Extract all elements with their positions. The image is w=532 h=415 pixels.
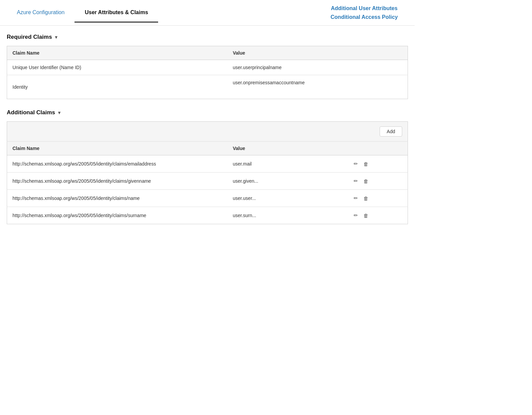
claim-name: http://schemas.xmlsoap.org/ws/2005/05/id…: [7, 155, 228, 173]
table-row: Identity user.onpremisessamaccountname: [7, 75, 408, 99]
claim-actions: ✏ 🗑: [348, 173, 408, 190]
additional-claims-col-actions: [348, 142, 408, 155]
required-claims-table: Claim Name Value Unique User Identifier …: [7, 46, 408, 99]
claim-actions: ✏ 🗑: [348, 155, 408, 173]
additional-claims-header: Additional Claims ▼: [7, 109, 408, 116]
additional-claims-table: Add Claim Name Value http://schemas.xmls…: [7, 121, 408, 224]
delete-claim-button[interactable]: 🗑: [363, 178, 369, 185]
required-claims-chevron[interactable]: ▼: [54, 35, 58, 40]
required-claims-col-value: Value: [227, 46, 348, 60]
additional-claims-col-name: Claim Name: [7, 142, 228, 155]
claim-value: user.userprincipalname: [227, 60, 348, 75]
claim-value: user.onpremisessamaccountname: [227, 75, 348, 99]
claim-value: user.user...: [227, 190, 348, 207]
claim-name: http://schemas.xmlsoap.org/ws/2005/05/id…: [7, 207, 228, 224]
claim-name: Unique User Identifier (Name ID): [7, 60, 228, 75]
delete-claim-button[interactable]: 🗑: [363, 212, 369, 219]
table-row: Unique User Identifier (Name ID) user.us…: [7, 60, 408, 75]
main-content: Required Claims ▼ Claim Name Value Uniqu…: [0, 26, 415, 242]
link-additional-user-attributes[interactable]: Additional User Attributes: [331, 4, 397, 13]
table-row: http://schemas.xmlsoap.org/ws/2005/05/id…: [7, 190, 408, 207]
add-claim-button[interactable]: Add: [380, 126, 402, 137]
required-claims-col-name: Claim Name: [7, 46, 228, 60]
claim-value: user.given...: [227, 173, 348, 190]
additional-claims-chevron[interactable]: ▼: [57, 110, 62, 115]
claim-name: http://schemas.xmlsoap.org/ws/2005/05/id…: [7, 173, 228, 190]
required-claims-col-actions: [348, 46, 408, 60]
delete-claim-button[interactable]: 🗑: [363, 195, 369, 202]
table-row: http://schemas.xmlsoap.org/ws/2005/05/id…: [7, 173, 408, 190]
claim-value: user.surn...: [227, 207, 348, 224]
claim-actions: [348, 60, 408, 75]
additional-claims-col-value: Value: [227, 142, 348, 155]
nav-tabs: Azure Configuration User Attributes & Cl…: [0, 0, 415, 26]
tab-azure-configuration[interactable]: Azure Configuration: [7, 3, 75, 23]
claim-actions: ✏ 🗑: [348, 207, 408, 224]
table-row: http://schemas.xmlsoap.org/ws/2005/05/id…: [7, 207, 408, 224]
tab-user-attributes-claims[interactable]: User Attributes & Claims: [75, 3, 158, 23]
claim-actions: [348, 75, 408, 99]
edit-claim-button[interactable]: ✏: [353, 177, 359, 185]
required-claims-header: Required Claims ▼: [7, 34, 408, 40]
claim-value: user.mail: [227, 155, 348, 173]
claim-name: http://schemas.xmlsoap.org/ws/2005/05/id…: [7, 190, 228, 207]
edit-claim-button[interactable]: ✏: [353, 212, 359, 219]
add-button-row: Add: [7, 122, 408, 142]
delete-claim-button[interactable]: 🗑: [363, 160, 369, 168]
table-row: http://schemas.xmlsoap.org/ws/2005/05/id…: [7, 155, 408, 173]
edit-claim-button[interactable]: ✏: [353, 195, 359, 202]
claim-actions: ✏ 🗑: [348, 190, 408, 207]
link-conditional-access-policy[interactable]: Conditional Access Policy: [331, 13, 398, 22]
claim-name: Identity: [7, 75, 228, 99]
required-claims-label: Required Claims: [7, 34, 52, 40]
edit-claim-button[interactable]: ✏: [353, 160, 359, 168]
nav-right-group: Additional User Attributes Conditional A…: [321, 0, 408, 25]
additional-claims-label: Additional Claims: [7, 109, 55, 116]
